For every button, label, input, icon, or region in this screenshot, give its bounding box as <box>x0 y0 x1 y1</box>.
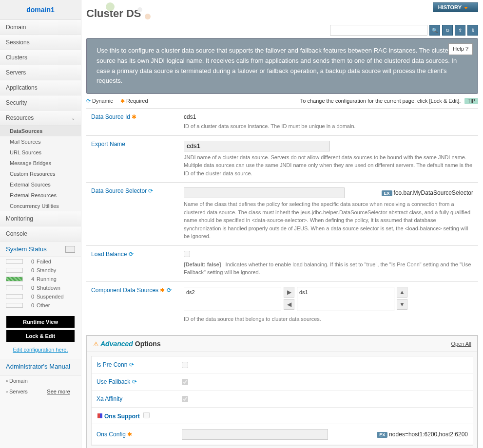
nav-security[interactable]: Security <box>0 95 81 111</box>
label-components: Component Data Sources ✱ ⟳ <box>86 281 179 328</box>
refresh-icon: ⟳ <box>129 361 134 368</box>
input-onsconfig[interactable] <box>182 429 328 440</box>
desc-components: ID of the data source that belongs to cl… <box>184 315 473 323</box>
import-icon[interactable]: ⇩ <box>467 25 478 36</box>
refresh-icon[interactable]: ↻ <box>442 25 453 36</box>
sub-url[interactable]: URL Sources <box>0 147 81 158</box>
page-title: Cluster DS <box>86 0 478 25</box>
example-onsconfig: EXnodes=host1:6200,host2:6200 <box>377 431 468 438</box>
desc-export: JNDI name of a cluster data source. Serv… <box>184 153 473 178</box>
manual-header: Administrator's Manual <box>0 359 81 375</box>
warning-icon: ⚠ <box>93 340 99 348</box>
nav-console[interactable]: Console <box>0 226 81 242</box>
manual-servers[interactable]: ▫ Servers <box>0 386 34 397</box>
status-failed: 0Failed <box>0 257 81 266</box>
checkbox-preconn[interactable] <box>182 362 188 368</box>
status-standby: 0Standby <box>0 266 81 275</box>
sub-custom[interactable]: Custom Resources <box>0 168 81 179</box>
nav-domain[interactable]: Domain <box>0 20 81 35</box>
checkbox-loadbalance[interactable] <box>184 251 190 257</box>
required-icon: ✱ <box>132 113 136 120</box>
info-banner: Use this to configure a cluster data sou… <box>86 38 478 94</box>
label-dsid: Data Source Id ✱ <box>86 109 179 136</box>
sub-concurrency[interactable]: Concurrency Utilities <box>0 201 81 211</box>
status-other: 0Other <box>0 301 81 310</box>
nav-applications[interactable]: Applications <box>0 80 81 95</box>
label-affinity: Xa Affinity <box>97 395 182 402</box>
sub-external-res[interactable]: External Resources <box>0 190 81 201</box>
required-legend: ✱ Required <box>120 98 148 104</box>
dynamic-legend: ⟳ Dynamic <box>86 98 113 104</box>
nav-sessions[interactable]: Sessions <box>0 35 81 50</box>
nav-clusters[interactable]: Clusters <box>0 50 81 65</box>
refresh-icon: ⟳ <box>86 98 91 104</box>
decoration-dot <box>145 14 151 19</box>
required-icon: ✱ <box>120 98 125 104</box>
refresh-icon: ⟳ <box>132 378 137 385</box>
status-shutdown: 0Shutdown <box>0 283 81 292</box>
tip-badge: TIP <box>464 98 478 104</box>
checkbox-failback[interactable] <box>182 379 188 385</box>
desc-dsid: ID of a cluster data source instance. Th… <box>184 122 473 131</box>
system-status-header: System Status <box>0 242 81 257</box>
manual-domain[interactable]: ▫ Domain <box>0 375 81 386</box>
label-selector: Data Source Selector ⟳ <box>86 183 179 246</box>
checkbox-affinity[interactable] <box>182 396 188 402</box>
search-icon[interactable]: 🔍 <box>429 25 440 36</box>
search-input[interactable] <box>330 25 427 36</box>
example-selector: EXfoo.bar.MyDataSourceSelector <box>382 189 473 196</box>
input-export[interactable] <box>184 141 330 151</box>
label-loadbalance: Load Balance ⟳ <box>86 245 179 281</box>
sub-external-src[interactable]: External Sources <box>0 179 81 190</box>
export-icon[interactable]: ⇪ <box>455 25 465 36</box>
status-suspended: 0Suspended <box>0 292 81 301</box>
advanced-panel: ⚠Advanced Options Open All Is Pre Conn ⟳… <box>86 335 478 448</box>
label-export: Export Name <box>86 135 179 183</box>
nav-servers[interactable]: Servers <box>0 65 81 80</box>
resources-submenu: DataSources Mail Sources URL Sources Mes… <box>0 126 81 211</box>
label-failback: Use Failback ⟳ <box>97 378 182 385</box>
move-left-button[interactable]: ◀ <box>284 299 294 310</box>
chevron-down-icon: ⌄ <box>71 115 75 121</box>
sub-msgbridges[interactable]: Message Bridges <box>0 158 81 168</box>
main-content: HISTORY Cluster DS 🔍 ↻ ⇪ ⇩ Use this to c… <box>81 0 483 448</box>
sidebar: domain1 Domain Sessions Clusters Servers… <box>0 0 81 448</box>
decoration-dot <box>106 2 115 11</box>
help-button[interactable]: Help ? <box>448 43 473 55</box>
tip-text: To change the configuration for the curr… <box>300 98 478 104</box>
history-button[interactable]: HISTORY <box>433 2 478 12</box>
refresh-icon: ⟳ <box>167 287 172 294</box>
advanced-title: ⚠Advanced Options <box>93 340 161 348</box>
value-dsid: cds1 <box>184 113 473 120</box>
help-icon: ? <box>465 46 468 52</box>
label-onsconfig: Ons Config ✱ <box>97 431 182 438</box>
monitor-icon <box>65 246 75 253</box>
move-up-button[interactable]: ▲ <box>397 287 407 298</box>
label-preconn: Is Pre Conn ⟳ <box>97 361 182 368</box>
sub-mail[interactable]: Mail Sources <box>0 136 81 147</box>
move-down-button[interactable]: ▼ <box>397 299 407 310</box>
sub-datasources[interactable]: DataSources <box>0 126 81 136</box>
open-all-link[interactable]: Open All <box>451 341 471 347</box>
edit-config-link[interactable]: Edit configuration here. <box>0 344 81 355</box>
selected-list[interactable]: ds1 <box>297 287 394 311</box>
nav-monitoring[interactable]: Monitoring <box>0 211 81 226</box>
status-running: 4Running <box>0 275 81 283</box>
checkbox-ons-support[interactable] <box>143 412 150 418</box>
ons-support-header: Ons Support <box>92 408 473 424</box>
available-list[interactable]: ds2 <box>184 287 281 311</box>
nav-resources[interactable]: Resources ⌄ <box>0 111 81 126</box>
domain-title[interactable]: domain1 <box>0 0 81 20</box>
flag-icon <box>97 413 102 418</box>
move-right-button[interactable]: ▶ <box>284 287 294 298</box>
lock-edit-button[interactable]: Lock & Edit <box>6 330 75 342</box>
refresh-icon: ⟳ <box>129 251 134 258</box>
desc-loadbalance: [Default: false] Indicates whether to en… <box>184 261 473 277</box>
required-icon: ✱ <box>160 287 165 294</box>
desc-selector: Name of the class that defines the polic… <box>184 200 473 241</box>
required-icon: ✱ <box>127 431 132 438</box>
runtime-view-button[interactable]: Runtime View <box>6 316 75 328</box>
input-selector[interactable] <box>184 187 345 198</box>
see-more-link[interactable]: See more <box>41 386 76 397</box>
decoration-dot <box>137 7 142 12</box>
